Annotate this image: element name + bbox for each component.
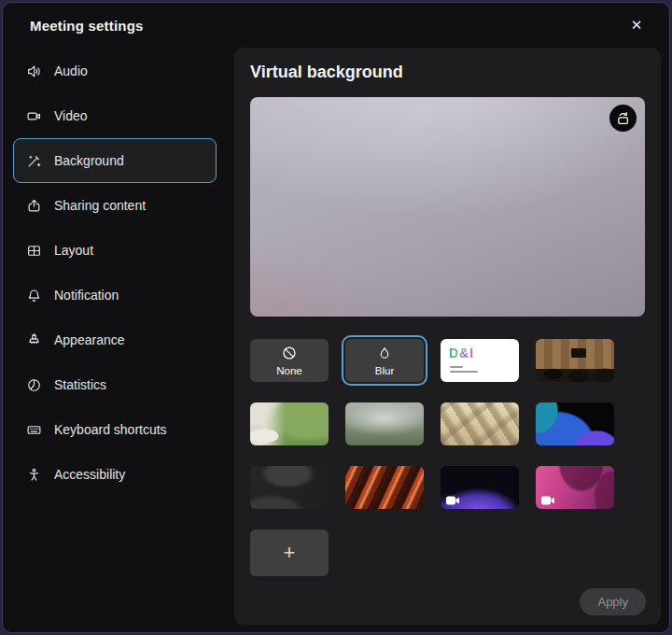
d-and-i-logo: D&I	[449, 346, 474, 360]
logo-caption-line	[450, 371, 478, 373]
sidebar-item-label: Appearance	[54, 332, 125, 347]
sidebar-item-audio[interactable]: Audio	[13, 49, 217, 93]
prohibited-icon	[281, 345, 298, 364]
sidebar-item-label: Notification	[54, 288, 119, 303]
sidebar-item-label: Sharing content	[54, 198, 146, 213]
background-thumbnail-office-interior[interactable]	[536, 339, 614, 382]
option-label: None	[276, 365, 302, 376]
panel-heading: Virtual background	[250, 63, 645, 82]
share-icon	[26, 198, 42, 214]
background-option-none[interactable]: None	[250, 339, 329, 382]
water-drop-icon	[377, 346, 392, 364]
title-bar: Meeting settings ✕	[3, 3, 669, 48]
video-camera-icon	[26, 108, 42, 124]
accessibility-icon	[26, 467, 42, 483]
background-thumbnail-magenta-video[interactable]	[536, 466, 614, 509]
sidebar-item-accessibility[interactable]: Accessibility	[13, 452, 217, 497]
sidebar-item-notification[interactable]: Notification	[13, 273, 217, 318]
background-option-blur[interactable]: Blur	[345, 339, 424, 382]
background-thumbnail-dark-wave[interactable]	[250, 466, 329, 509]
close-icon[interactable]: ✕	[624, 13, 649, 37]
logo-caption-line	[450, 366, 463, 368]
video-camera-icon	[446, 494, 460, 503]
sidebar-item-appearance[interactable]: Appearance	[13, 318, 217, 362]
virtual-background-panel: Virtual background None Blur	[234, 48, 661, 625]
dialog-title: Meeting settings	[30, 18, 144, 34]
sidebar-item-label: Accessibility	[54, 467, 125, 482]
layout-grid-icon	[26, 243, 42, 259]
sidebar-item-label: Layout	[54, 243, 93, 258]
sidebar-item-layout[interactable]: Layout	[13, 228, 217, 273]
magic-wand-icon	[26, 153, 42, 169]
sidebar-item-label: Video	[54, 108, 88, 123]
sidebar-item-statistics[interactable]: Statistics	[13, 362, 217, 407]
sidebar-item-label: Background	[54, 153, 124, 168]
background-thumbnail-lava-texture[interactable]	[345, 466, 424, 509]
background-thumbnail-d-and-i[interactable]: D&I	[441, 339, 519, 382]
background-thumbnail-blurred-mountains[interactable]	[345, 402, 424, 445]
sidebar-item-label: Keyboard shortcuts	[54, 422, 167, 437]
paintbrush-icon	[26, 332, 42, 348]
background-thumbnail-window-shadows[interactable]	[441, 402, 519, 445]
bell-icon	[26, 288, 42, 303]
flip-camera-icon[interactable]	[609, 105, 637, 132]
background-thumbnail-purple-glow-video[interactable]	[441, 466, 519, 509]
pie-chart-icon	[26, 377, 42, 393]
speaker-icon	[26, 64, 42, 79]
background-thumbnail-abstract-blue[interactable]	[536, 402, 614, 445]
sidebar-item-sharing-content[interactable]: Sharing content	[13, 183, 217, 228]
settings-sidebar: Audio Video Background Sharing content	[3, 48, 234, 632]
sidebar-item-keyboard-shortcuts[interactable]: Keyboard shortcuts	[13, 407, 217, 452]
sidebar-item-label: Statistics	[54, 377, 106, 392]
sidebar-item-label: Audio	[54, 64, 88, 78]
keyboard-icon	[26, 422, 42, 438]
background-thumbnail-grid: None Blur D&I	[250, 339, 614, 572]
meeting-settings-dialog: Meeting settings ✕ Audio Video Backgr	[2, 2, 670, 633]
apply-button[interactable]: Apply	[580, 588, 646, 615]
background-thumbnail-garden-patio[interactable]	[250, 402, 329, 445]
sidebar-item-background[interactable]: Background	[13, 138, 217, 183]
sidebar-item-video[interactable]: Video	[13, 93, 217, 138]
camera-preview	[250, 97, 645, 317]
option-label: Blur	[375, 365, 394, 376]
add-background-button[interactable]: +	[250, 529, 329, 576]
video-camera-icon	[541, 494, 555, 503]
